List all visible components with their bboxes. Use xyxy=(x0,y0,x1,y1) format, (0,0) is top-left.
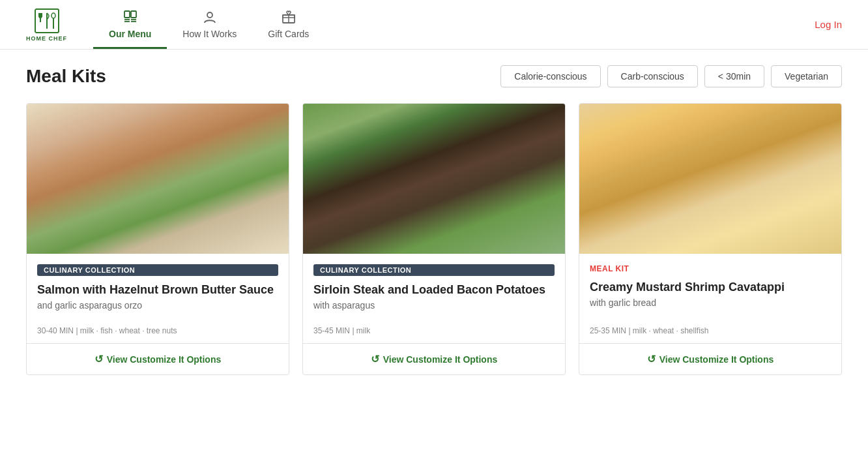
card-body-1: CULINARY COLLECTION Salmon with Hazelnut… xyxy=(27,254,289,343)
nav-item-how-it-works[interactable]: How It Works xyxy=(167,0,252,49)
customize-button-2[interactable]: ↺ View Customize It Options xyxy=(371,353,498,365)
how-it-works-icon xyxy=(203,10,217,26)
section-title: Meal Kits xyxy=(26,66,106,87)
nav-label-gift-cards: Gift Cards xyxy=(268,29,309,39)
svg-rect-8 xyxy=(124,11,130,18)
card-time-2: 35-45 MIN xyxy=(313,326,350,335)
meal-cards-grid: CULINARY COLLECTION Salmon with Hazelnut… xyxy=(26,103,842,375)
svg-point-7 xyxy=(51,13,55,18)
card-allergens-1: milk · fish · wheat · tree nuts xyxy=(80,326,177,335)
filter-calorie-conscious[interactable]: Calorie-conscious xyxy=(500,65,600,87)
customize-label-1: View Customize It Options xyxy=(107,354,222,365)
svg-point-14 xyxy=(207,12,212,18)
filter-buttons: Calorie-conscious Carb-conscious < 30min… xyxy=(500,65,842,87)
nav-item-our-menu[interactable]: Our Menu xyxy=(93,0,167,49)
meal-card-3: MEAL KIT Creamy Mustard Shrimp Cavatappi… xyxy=(579,103,842,375)
header-right: Log In xyxy=(815,19,842,31)
card-meta-1: 30-40 MIN | milk · fish · wheat · tree n… xyxy=(37,316,278,335)
customize-icon-3: ↺ xyxy=(647,353,656,365)
card-badge-1: CULINARY COLLECTION xyxy=(37,264,278,276)
main-nav: Our Menu How It Works xyxy=(93,0,325,49)
filter-under-30min[interactable]: < 30min xyxy=(704,65,764,87)
card-title-2: Sirloin Steak and Loaded Bacon Potatoes xyxy=(313,282,555,297)
login-button[interactable]: Log In xyxy=(815,19,842,30)
logo-text: HOME CHEF xyxy=(26,35,67,42)
card-allergens-2: milk xyxy=(356,326,370,335)
nav-label-how-it-works: How It Works xyxy=(182,29,237,39)
customize-label-2: View Customize It Options xyxy=(383,354,498,365)
card-image-3 xyxy=(579,104,841,254)
customize-label-3: View Customize It Options xyxy=(659,354,774,365)
nav-label-our-menu: Our Menu xyxy=(109,29,151,39)
card-subtitle-2: with asparagus xyxy=(313,300,555,311)
card-subtitle-1: and garlic asparagus orzo xyxy=(37,300,278,311)
filter-vegetarian[interactable]: Vegetarian xyxy=(771,65,842,87)
header: HOME CHEF Our Menu xyxy=(0,0,868,50)
filter-carb-conscious[interactable]: Carb-conscious xyxy=(607,65,698,87)
meal-card-2: CULINARY COLLECTION Sirloin Steak and Lo… xyxy=(302,103,566,375)
meal-card-1: CULINARY COLLECTION Salmon with Hazelnut… xyxy=(26,103,289,375)
main-content: Meal Kits Calorie-conscious Carb-conscio… xyxy=(0,50,868,401)
card-image-2 xyxy=(303,104,565,254)
svg-rect-9 xyxy=(131,11,136,18)
card-subtitle-3: with garlic bread xyxy=(590,297,831,308)
section-header: Meal Kits Calorie-conscious Carb-conscio… xyxy=(26,65,842,87)
card-meta-3: 25-35 MIN | milk · wheat · shellfish xyxy=(590,316,831,335)
card-time-3: 25-35 MIN xyxy=(590,326,626,335)
card-body-3: MEAL KIT Creamy Mustard Shrimp Cavatappi… xyxy=(579,254,841,343)
card-badge-2: CULINARY COLLECTION xyxy=(313,264,555,276)
gift-cards-icon xyxy=(282,10,296,26)
logo[interactable]: HOME CHEF xyxy=(26,8,67,42)
card-time-1: 30-40 MIN xyxy=(37,326,74,335)
card-title-1: Salmon with Hazelnut Brown Butter Sauce xyxy=(37,282,278,297)
card-allergens-3: milk · wheat · shellfish xyxy=(633,326,709,335)
customize-button-1[interactable]: ↺ View Customize It Options xyxy=(94,353,222,365)
customize-icon-2: ↺ xyxy=(371,353,379,365)
nav-item-gift-cards[interactable]: Gift Cards xyxy=(252,0,325,49)
card-body-2: CULINARY COLLECTION Sirloin Steak and Lo… xyxy=(303,254,565,343)
card-footer-2: ↺ View Customize It Options xyxy=(303,343,565,374)
our-menu-icon xyxy=(123,10,137,26)
card-image-1 xyxy=(27,104,289,254)
card-title-3: Creamy Mustard Shrimp Cavatappi xyxy=(590,280,831,295)
card-meta-2: 35-45 MIN | milk xyxy=(313,316,555,335)
card-footer-1: ↺ View Customize It Options xyxy=(27,343,289,374)
card-badge-3: MEAL KIT xyxy=(590,264,831,273)
card-footer-3: ↺ View Customize It Options xyxy=(579,343,841,374)
customize-button-3[interactable]: ↺ View Customize It Options xyxy=(647,353,774,365)
customize-icon-1: ↺ xyxy=(94,353,103,365)
